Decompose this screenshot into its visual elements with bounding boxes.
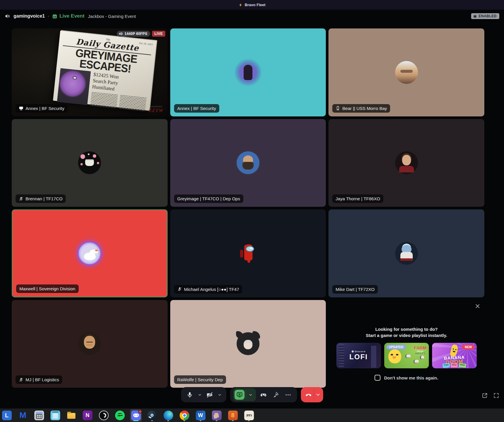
taskbar-icon-obs[interactable] bbox=[98, 409, 109, 421]
avatar-purple-wisp bbox=[234, 58, 262, 87]
camera-off-button[interactable] bbox=[204, 389, 216, 401]
taskbar-icon-word[interactable]: W bbox=[195, 409, 206, 421]
live-event-chip[interactable]: Live Event bbox=[52, 13, 85, 19]
camera-options-chevron[interactable] bbox=[216, 389, 223, 400]
participant-tile-maxwell-speaking[interactable]: Maxwell | Sovereign Division bbox=[12, 209, 168, 297]
participant-tile-jaya[interactable]: Jaya Thorne | TF86XO bbox=[328, 119, 484, 207]
taskbar-icon-jackbox-party-pack-3[interactable]: JPP3 bbox=[243, 409, 255, 421]
taskbar-icon-edge[interactable] bbox=[162, 409, 174, 421]
taskbar-icon-onenote[interactable]: N bbox=[82, 409, 93, 421]
participant-name: Maxwell | Sovereign Division bbox=[19, 286, 75, 291]
cow-illustration bbox=[414, 360, 419, 363]
participant-name: Michael Angelus [○●●] TF47 bbox=[184, 287, 239, 292]
farm-logo-line3: VALLEY bbox=[414, 352, 427, 355]
avatar-bear bbox=[395, 61, 418, 84]
participant-name: MJ | BF Logistics bbox=[26, 377, 59, 382]
enabled-badge[interactable]: ENABLED bbox=[471, 13, 499, 19]
taskbar-icon-jackbox-game[interactable] bbox=[211, 409, 222, 421]
onenote-icon: N bbox=[83, 411, 92, 420]
activity-card-farm-merge-valley[interactable]: UPDATED FARM Merge VALLEY bbox=[384, 343, 429, 368]
spotify-icon bbox=[115, 411, 125, 420]
stop-screen-share-button[interactable] bbox=[235, 390, 245, 400]
taskbar-icon-notepad[interactable] bbox=[49, 409, 61, 421]
activity-card-lofi[interactable]: Discord LOFI bbox=[336, 343, 381, 368]
promo-title-line2: Start a game or video playlist instantly… bbox=[366, 332, 447, 339]
participant-name: Annex | BF Security bbox=[177, 106, 216, 111]
games-button[interactable] bbox=[258, 389, 269, 401]
banana-tag: Crazy bbox=[442, 363, 450, 368]
participant-name-pill: Annex | BF Security bbox=[16, 104, 68, 113]
new-badge: NEW bbox=[462, 345, 474, 349]
participant-tile-mj[interactable]: MJ | BF Logistics bbox=[12, 300, 168, 388]
activity-card-banana-doom[interactable]: NEW BANANA DOOM Crazy Party Game bbox=[432, 343, 477, 368]
promo-title-line1: Looking for something to do? bbox=[366, 326, 447, 333]
taskbar-icon-calculator[interactable] bbox=[33, 409, 45, 421]
activities-button[interactable] bbox=[270, 389, 282, 401]
mic-muted-icon bbox=[19, 377, 23, 382]
mic-muted-icon bbox=[19, 196, 23, 201]
banana-tag: Game bbox=[459, 363, 466, 368]
participant-tile-annex[interactable]: Annex | BF Security bbox=[170, 28, 326, 116]
avatar-jaya bbox=[395, 151, 418, 174]
stream-tile-annex[interactable]: The JUL 28, 2023 Daily Gazette GREYIMAGE… bbox=[12, 28, 168, 116]
microphone-options-chevron[interactable] bbox=[196, 389, 203, 400]
participant-tile-rawolfe[interactable]: RaWolfe | Security Dep bbox=[170, 300, 326, 388]
fullscreen-icon[interactable] bbox=[493, 392, 499, 399]
hang-up-icon bbox=[305, 391, 312, 398]
dont-show-again-label: Don't show me this again. bbox=[384, 375, 438, 380]
header-separator: • bbox=[48, 14, 49, 18]
hang-up-button[interactable] bbox=[301, 387, 323, 402]
word-icon: W bbox=[196, 411, 205, 420]
cow-illustration bbox=[405, 355, 411, 358]
participant-name-pill: RaWolfe | Security Dep bbox=[174, 375, 226, 384]
participant-tile-bear[interactable]: Bear || USS Morro Bay bbox=[328, 28, 484, 116]
participant-name-pill: Mike Dart | TF72XO bbox=[332, 285, 378, 294]
call-controls-bar bbox=[181, 387, 323, 402]
participant-tile-michael[interactable]: Michael Angelus [○●●] TF47 bbox=[170, 209, 326, 297]
discord-logo-dot bbox=[352, 350, 354, 352]
mic-muted-icon bbox=[177, 287, 182, 291]
dont-show-again-checkbox[interactable] bbox=[375, 375, 380, 381]
popout-icon[interactable] bbox=[482, 392, 488, 399]
taskbar-icon-l-app[interactable]: L bbox=[1, 409, 13, 421]
voice-channel-icon bbox=[5, 13, 11, 19]
taskbar-icon-malwarebytes[interactable]: M bbox=[17, 409, 29, 421]
taskbar-icon-eight-game[interactable]: 8 bbox=[227, 409, 239, 421]
more-options-button[interactable] bbox=[282, 389, 294, 401]
newspaper-graphic: The JUL 28, 2023 Daily Gazette GREYIMAGE… bbox=[53, 30, 156, 111]
mobile-device-icon bbox=[336, 106, 340, 111]
avatar-duck bbox=[78, 242, 101, 265]
participant-tile-mike-dart[interactable]: Mike Dart | TF72XO bbox=[328, 209, 484, 297]
screen-share-options-chevron[interactable] bbox=[247, 389, 254, 400]
av-controls-group bbox=[181, 387, 226, 402]
l-app-icon: L bbox=[2, 411, 12, 420]
microphone-button[interactable] bbox=[184, 389, 196, 401]
hang-up-options-chevron[interactable] bbox=[314, 389, 321, 400]
taskbar-icon-discord[interactable] bbox=[130, 409, 142, 421]
taskbar-icon-chrome[interactable] bbox=[178, 409, 190, 421]
calendar-icon bbox=[52, 13, 58, 19]
participant-tile-brennan[interactable]: Brennan | TF17CO bbox=[12, 119, 168, 207]
edge-icon bbox=[163, 411, 173, 420]
lofi-title: LOFI bbox=[349, 353, 368, 361]
avatar-greyimage bbox=[237, 151, 259, 174]
cow-illustration bbox=[420, 356, 424, 359]
banana-tag: Party bbox=[451, 363, 458, 367]
taskbar-icon-file-explorer[interactable] bbox=[65, 409, 77, 421]
close-icon[interactable] bbox=[474, 303, 481, 309]
obs-studio-icon bbox=[99, 411, 109, 420]
chrome-icon bbox=[180, 411, 189, 420]
participant-grid: The JUL 28, 2023 Daily Gazette GREYIMAGE… bbox=[12, 28, 484, 388]
participant-tile-greyimage[interactable]: Greyimage | TF47CO | Dep Ops bbox=[170, 119, 326, 207]
folder-icon bbox=[67, 411, 76, 420]
channel-name: gamingvoice1 bbox=[14, 13, 45, 19]
notification-dot bbox=[138, 410, 142, 413]
updated-badge: UPDATED bbox=[386, 345, 406, 349]
calculator-icon bbox=[34, 411, 44, 420]
participant-name: Annex | BF Security bbox=[26, 106, 64, 111]
participant-name: Jaya Thorne | TF86XO bbox=[336, 196, 380, 201]
taskbar-icon-spotify[interactable] bbox=[114, 409, 126, 421]
dismiss-promo-row[interactable]: Don't show me this again. bbox=[375, 375, 438, 381]
participant-name: Bear || USS Morro Bay bbox=[342, 106, 387, 111]
taskbar-icon-steam[interactable] bbox=[146, 409, 158, 421]
